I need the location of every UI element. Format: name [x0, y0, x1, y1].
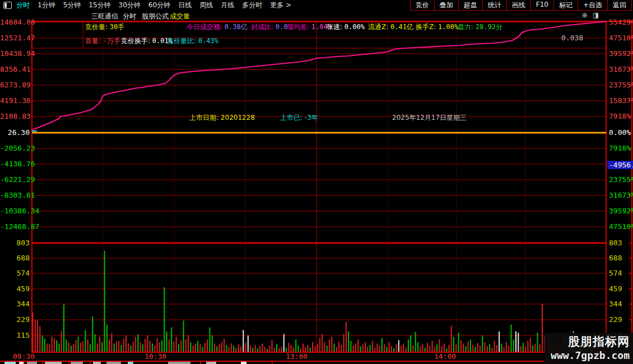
volume-bar	[520, 346, 522, 352]
status-strip-divider	[68, 362, 69, 364]
volume-bar	[87, 339, 89, 352]
menu-tab-月线[interactable]: 月线	[221, 1, 234, 10]
volume-bar	[472, 345, 473, 352]
toolbar-button-返回[interactable]: 返回	[607, 0, 632, 10]
toolbar-button-+自选[interactable]: +自选	[578, 0, 607, 10]
info-item: 盘力: 28.92分	[458, 23, 502, 31]
volume-bar	[408, 339, 409, 352]
toolbar-right: 竞价叠加超盘统计画线F10标记+自选返回	[410, 0, 632, 11]
formula-menu[interactable]: 股朋公式	[142, 12, 169, 21]
volume-bar	[489, 344, 490, 352]
toolbar-button-标记[interactable]: 标记	[553, 0, 578, 10]
volume-bar	[291, 345, 292, 352]
volume-bar	[150, 341, 151, 352]
menu-tab-15分钟[interactable]: 15分钟	[89, 1, 110, 10]
volume-bar	[171, 328, 172, 352]
volume-bar	[185, 339, 187, 352]
window-layout-icon[interactable]	[3, 2, 12, 9]
volume-bar	[90, 344, 91, 352]
volume-bar	[197, 341, 198, 352]
y-axis-right-label: 55429%	[609, 18, 633, 26]
menu-tab-周线[interactable]: 周线	[199, 1, 213, 10]
volume-bar	[432, 341, 433, 352]
menu-tab-更多 >[interactable]: 更多 >	[270, 1, 291, 10]
split-window-icon[interactable]: ◨	[592, 11, 600, 19]
status-strip-fragment	[19, 362, 24, 364]
volume-bar	[240, 346, 241, 352]
volume-bar	[305, 347, 306, 352]
indicator-name[interactable]: 成交量	[170, 12, 190, 21]
volume-bar	[248, 335, 249, 352]
volume-bar	[406, 348, 407, 352]
volume-bar	[412, 345, 413, 352]
volume-bar	[370, 345, 371, 352]
volume-bar	[537, 333, 538, 352]
volume-bar	[348, 332, 349, 352]
volume-bar	[59, 344, 60, 352]
y-axis-left-label: 6273.89	[0, 81, 30, 88]
volume-bar	[49, 344, 50, 352]
menu-tab-多分时[interactable]: 多分时	[242, 1, 262, 10]
volume-bar	[233, 346, 234, 352]
volume-bar	[410, 335, 411, 352]
intraday-chart[interactable]	[0, 0, 633, 364]
volume-bar	[44, 339, 45, 352]
menu-tab-1分钟[interactable]: 1分钟	[38, 1, 55, 10]
volume-bar	[154, 346, 155, 352]
volume-bar	[71, 346, 72, 352]
toolbar-button-超盘[interactable]: 超盘	[458, 0, 482, 10]
y-axis-left-label: -10386.34	[0, 207, 30, 214]
volume-axis-left-label: 115	[0, 332, 30, 339]
volume-bar	[80, 343, 81, 352]
status-strip-divider	[200, 362, 201, 364]
stock-name[interactable]: 三旺通信	[91, 12, 118, 21]
menu-tab-分时[interactable]: 分时	[16, 1, 30, 10]
time-axis-label: 13:00	[286, 353, 308, 360]
volume-bar	[166, 332, 167, 352]
watermark-url: www.7gpzb.com	[547, 349, 630, 361]
volume-bar	[334, 344, 335, 352]
volume-axis-left-label: 229	[0, 316, 30, 323]
volume-bar	[357, 339, 359, 352]
toolbar-button-F10[interactable]: F10	[530, 0, 553, 10]
volume-axis-left-label: 574	[0, 269, 30, 277]
volume-bar	[425, 348, 426, 352]
volume-axis-right-label: 574	[609, 269, 622, 277]
volume-bar	[224, 339, 225, 352]
toolbar-button-统计[interactable]: 统计	[482, 0, 506, 10]
info-item: 流通Z: 0.41亿	[368, 23, 413, 31]
volume-bar	[157, 338, 158, 352]
volume-axis-left-label: 688	[0, 254, 30, 262]
volume-bar	[494, 341, 495, 352]
y-axis-left-label: 12521.47	[0, 34, 30, 41]
volume-bar	[513, 339, 514, 352]
volume-bar	[338, 342, 339, 352]
volume-bar	[362, 344, 364, 352]
period-label[interactable]: 分时	[123, 12, 136, 21]
y-axis-left-label: -12468.87	[0, 223, 30, 230]
menu-tab-日线[interactable]: 日线	[178, 1, 192, 10]
info-item: 首量: -万手	[85, 37, 120, 45]
y-axis-right-label: 47510%	[609, 34, 633, 41]
volume-bar	[188, 335, 189, 352]
volume-bar	[56, 340, 57, 352]
watermark-site-name: 股朋指标网	[547, 334, 630, 349]
toolbar-button-竞价[interactable]: 竞价	[410, 0, 434, 10]
bottom-status-strip[interactable]	[0, 362, 633, 364]
volume-bar	[210, 328, 211, 352]
volume-bar	[85, 330, 86, 352]
menu-tab-30分钟[interactable]: 30分钟	[119, 1, 141, 10]
volume-axis-left-label: 803	[0, 239, 30, 246]
volume-bar	[207, 339, 208, 352]
y-axis-left-label: -4138.76	[0, 160, 30, 167]
y-axis-left-label: -8303.81	[0, 192, 30, 199]
plus-circle-icon[interactable]: ⊕	[580, 11, 589, 19]
toolbar-button-画线[interactable]: 画线	[506, 0, 530, 10]
status-strip-divider	[42, 362, 43, 364]
menu-tab-5分钟[interactable]: 5分钟	[63, 1, 81, 10]
volume-bar	[68, 342, 69, 352]
toolbar-button-叠加[interactable]: 叠加	[434, 0, 458, 10]
menu-tab-60分钟[interactable]: 60分钟	[148, 1, 170, 10]
volume-bar	[341, 345, 342, 352]
y-axis-right-label: 31673%	[609, 66, 633, 73]
